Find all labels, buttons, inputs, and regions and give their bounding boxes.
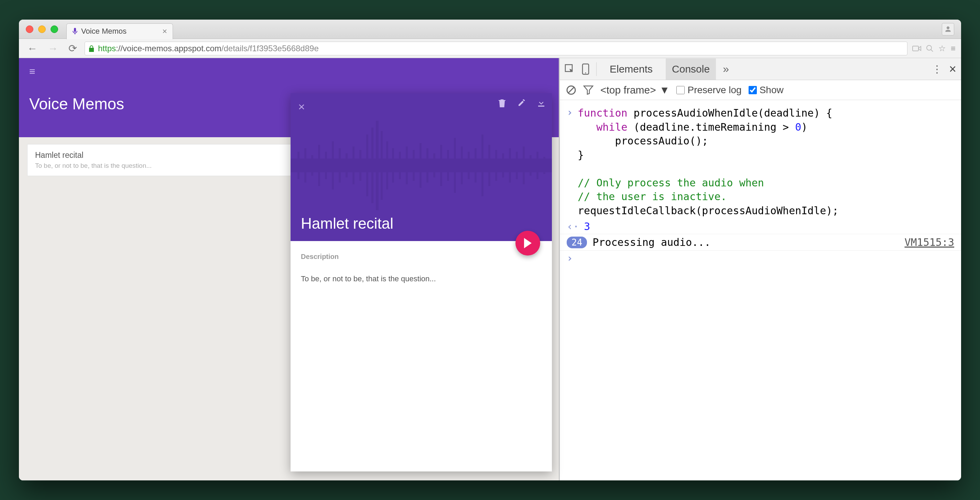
svg-line-46 (568, 87, 574, 93)
traffic-lights (26, 25, 58, 33)
clear-console-icon[interactable] (566, 85, 576, 95)
console-toolbar: <top frame> ▼ Preserve log Show (560, 80, 961, 100)
url-scheme: https (98, 44, 116, 53)
detail-card: × Hamlet recital (291, 93, 552, 471)
log-message: Processing audio... (592, 236, 904, 248)
svg-rect-11 (345, 153, 348, 177)
devtools-menu-icon[interactable]: ⋮ (932, 63, 942, 75)
svg-point-1 (927, 45, 932, 50)
svg-rect-30 (468, 152, 470, 179)
window-zoom-button[interactable] (51, 25, 58, 33)
show-label: Show (760, 84, 784, 96)
detail-header: × Hamlet recital (291, 93, 552, 241)
close-icon[interactable]: × (298, 100, 305, 113)
svg-rect-31 (474, 148, 477, 183)
svg-rect-39 (530, 155, 531, 176)
svg-rect-33 (488, 145, 490, 186)
devtools-tabs: Elements Console » ⋮ × (560, 58, 961, 80)
chevron-down-icon: ▼ (660, 84, 670, 96)
svg-rect-37 (516, 152, 518, 179)
svg-rect-10 (339, 148, 341, 183)
delete-icon[interactable] (498, 99, 506, 108)
svg-rect-21 (406, 146, 408, 184)
svg-rect-18 (386, 141, 388, 189)
forward-button[interactable]: → (45, 41, 61, 56)
device-icon[interactable] (582, 63, 589, 75)
svg-rect-16 (376, 121, 379, 210)
tab-title: Voice Memos (81, 27, 127, 36)
svg-rect-34 (495, 150, 497, 181)
download-icon[interactable] (538, 99, 545, 108)
tab-close-icon[interactable]: × (162, 27, 167, 36)
menu-icon[interactable]: ≡ (951, 44, 956, 53)
svg-rect-8 (325, 152, 327, 179)
preserve-log-label: Preserve log (687, 84, 741, 96)
browser-tab[interactable]: Voice Memos × (66, 23, 173, 39)
tabs-overflow-icon[interactable]: » (723, 62, 729, 75)
log-source-link[interactable]: VM1515:3 (905, 236, 955, 248)
play-button[interactable] (515, 231, 540, 255)
svg-rect-7 (318, 145, 320, 186)
svg-rect-23 (420, 143, 422, 188)
svg-rect-6 (311, 155, 313, 176)
svg-rect-35 (502, 153, 504, 177)
edit-icon[interactable] (517, 99, 526, 108)
output-icon: ‹· (567, 220, 579, 232)
svg-rect-28 (454, 138, 456, 193)
console-return-value: 3 (584, 220, 590, 232)
description-label: Description (301, 253, 542, 261)
bookmark-icon[interactable]: ☆ (939, 44, 946, 53)
svg-rect-5 (304, 148, 306, 183)
show-checkbox[interactable]: Show (749, 84, 784, 96)
prompt-icon[interactable]: › (567, 252, 573, 264)
devtools-panel: Elements Console » ⋮ × <top frame> ▼ (559, 58, 961, 480)
profile-button[interactable] (942, 23, 954, 35)
browser-toolbar: ← → ⟳ https://voice-memos.appspot.com/de… (19, 39, 961, 58)
description-text: To be, or not to be, that is the questio… (301, 274, 542, 283)
console-log-row: 24 Processing audio... VM1515:3 (560, 234, 961, 251)
url-path: /details/f1f3953e5668d89e (221, 44, 319, 53)
window-minimize-button[interactable] (38, 25, 46, 33)
preserve-log-checkbox[interactable]: Preserve log (676, 84, 741, 96)
app-pane: ≡ Voice Memos Hamlet recital To be, or n… (19, 58, 559, 480)
mic-icon (72, 28, 78, 35)
svg-rect-22 (413, 150, 415, 181)
svg-rect-25 (433, 153, 435, 177)
detail-title: Hamlet recital (301, 215, 393, 232)
reload-button[interactable]: ⟳ (66, 41, 80, 56)
tab-elements[interactable]: Elements (603, 59, 659, 80)
svg-rect-29 (461, 146, 463, 184)
svg-rect-36 (509, 148, 511, 183)
url-host: ://voice-memos.appspot.com (116, 44, 221, 53)
svg-rect-12 (352, 146, 355, 184)
svg-rect-27 (447, 150, 449, 181)
tab-console[interactable]: Console (666, 59, 716, 80)
svg-rect-40 (536, 152, 538, 179)
inspect-icon[interactable] (565, 64, 575, 74)
waveform (291, 114, 552, 217)
svg-rect-9 (332, 141, 334, 189)
zoom-icon[interactable] (926, 45, 934, 52)
svg-rect-17 (381, 131, 383, 200)
window-close-button[interactable] (26, 25, 33, 33)
show-input[interactable] (749, 86, 757, 94)
svg-rect-0 (913, 46, 918, 51)
svg-rect-20 (399, 152, 401, 179)
preserve-log-input[interactable] (676, 86, 685, 94)
back-button[interactable]: ← (24, 41, 40, 56)
svg-rect-15 (371, 127, 374, 203)
camera-icon[interactable] (912, 45, 921, 52)
hamburger-icon[interactable]: ≡ (29, 66, 549, 77)
log-count-badge: 24 (567, 237, 587, 248)
prompt-icon: › (567, 106, 573, 118)
console-output[interactable]: › function processAudioWhenIdle(deadline… (560, 100, 961, 480)
devtools-close-icon[interactable]: × (949, 62, 956, 76)
filter-icon[interactable] (583, 85, 593, 95)
content: ≡ Voice Memos Hamlet recital To be, or n… (19, 58, 961, 480)
svg-rect-26 (440, 145, 442, 186)
svg-rect-13 (360, 150, 361, 181)
frame-selector[interactable]: <top frame> ▼ (600, 84, 670, 96)
titlebar: Voice Memos × (19, 20, 961, 39)
url-bar[interactable]: https://voice-memos.appspot.com/details/… (84, 41, 907, 55)
browser-window: Voice Memos × ← → ⟳ https://voice-memos.… (19, 20, 961, 480)
